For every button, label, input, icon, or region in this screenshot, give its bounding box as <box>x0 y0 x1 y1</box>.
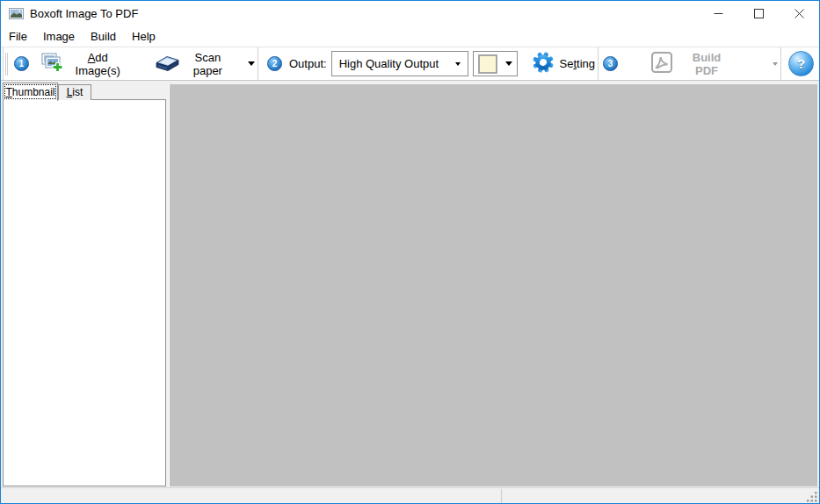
minimize-button[interactable] <box>698 1 738 26</box>
add-images-label: Add Image(s) <box>69 51 127 77</box>
output-quality-dropdown-arrow-icon <box>455 62 461 66</box>
toolbar-section-2: 2 Output: High Quality Output <box>261 47 599 80</box>
output-label: Output: <box>289 57 327 70</box>
step-2-badge: 2 <box>267 56 282 71</box>
toolbar: 1 Add Image(s) <box>1 47 819 81</box>
scan-paper-icon <box>156 53 179 75</box>
add-images-button[interactable]: Add Image(s) <box>39 49 130 79</box>
menubar: File Image Build Help <box>1 27 819 47</box>
build-pdf-label: Build PDF <box>680 51 733 77</box>
titlebar: Boxoft Image To PDF <box>1 1 819 27</box>
build-pdf-button[interactable]: Build PDF <box>648 49 780 79</box>
toolbar-gripper[interactable] <box>5 53 8 76</box>
gear-icon <box>532 51 555 76</box>
content-area: Thumbnail List <box>1 81 819 487</box>
help-button[interactable]: ? <box>788 51 814 76</box>
toolbar-section-1: 1 Add Image(s) <box>3 47 258 80</box>
color-picker-dropdown-arrow-icon <box>505 61 512 66</box>
add-images-icon <box>41 53 64 75</box>
menu-build[interactable]: Build <box>83 27 124 47</box>
app-icon[interactable] <box>9 8 24 19</box>
menu-image[interactable]: Image <box>35 27 83 47</box>
toolbar-section-4: ? <box>783 47 819 80</box>
setting-button[interactable]: Setting <box>529 49 599 78</box>
window-title: Boxoft Image To PDF <box>30 1 138 27</box>
menu-file[interactable]: File <box>1 27 35 47</box>
close-icon <box>795 9 804 18</box>
scan-paper-label: Scan paper <box>185 51 231 77</box>
thumbnail-panel <box>3 99 166 486</box>
statusbar <box>1 487 819 503</box>
tab-thumbnail[interactable]: Thumbnail <box>3 83 58 101</box>
statusbar-pane-1 <box>1 489 502 503</box>
toolbar-section-3: 3 Build PDF <box>600 47 781 80</box>
sidebar-tabs: Thumbnail List <box>3 82 91 100</box>
maximize-icon <box>754 9 764 18</box>
tab-list[interactable]: List <box>58 84 91 100</box>
resize-grip[interactable] <box>807 491 818 502</box>
preview-workspace <box>169 84 817 486</box>
scan-paper-dropdown-arrow-icon[interactable] <box>248 61 255 66</box>
step-1-badge: 1 <box>14 56 29 71</box>
scan-paper-button[interactable]: Scan paper <box>153 49 258 79</box>
output-quality-select[interactable]: High Quality Output <box>331 51 468 76</box>
app-window: Boxoft Image To PDF File Image Build Hel… <box>0 0 820 504</box>
output-quality-value: High Quality Output <box>339 57 455 70</box>
color-swatch <box>478 54 497 74</box>
minimize-icon <box>714 9 723 18</box>
build-pdf-icon <box>650 51 673 76</box>
build-pdf-dropdown-arrow-icon <box>773 62 778 66</box>
step-3-badge: 3 <box>603 56 618 71</box>
page-color-picker[interactable] <box>473 51 518 76</box>
window-controls <box>698 1 819 27</box>
maximize-button[interactable] <box>738 1 779 26</box>
close-button[interactable] <box>779 1 819 26</box>
help-icon: ? <box>797 56 805 71</box>
menu-help[interactable]: Help <box>124 27 163 47</box>
setting-label: Setting <box>560 57 596 70</box>
statusbar-pane-2 <box>503 489 807 503</box>
